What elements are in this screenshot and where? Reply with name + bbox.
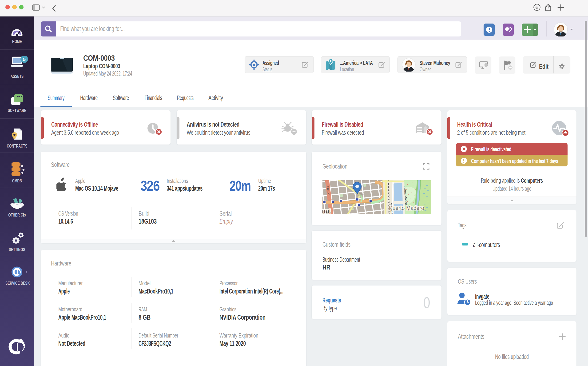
svg-text:rrat: rrat bbox=[322, 208, 331, 214]
svg-text:Puerto Madero: Puerto Madero bbox=[389, 205, 424, 211]
svg-text:5: 5 bbox=[23, 56, 26, 62]
